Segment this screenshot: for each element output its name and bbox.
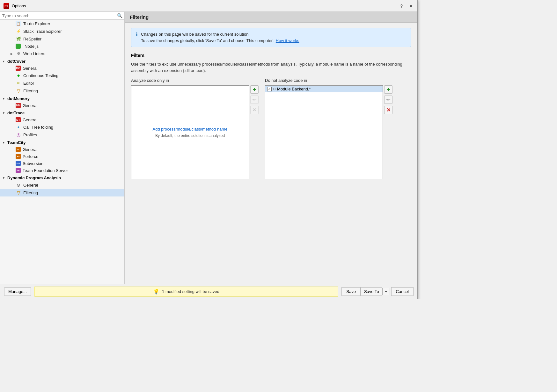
filter-hint: By default, the entire solution is analy…	[155, 133, 225, 138]
save-to-button[interactable]: Save To	[361, 287, 382, 296]
left-add-button[interactable]: +	[250, 85, 259, 94]
save-to-group: Save To ▼	[361, 287, 390, 296]
sidebar-category-dotmemory[interactable]: dotMemory	[0, 95, 124, 102]
tree-area: 📋 To-do Explorer ⚡ Stack Trace Explorer …	[0, 20, 124, 284]
filters-row: Analyze code only in Add process/module/…	[131, 78, 411, 179]
sidebar-item-profiles[interactable]: ◎ Profiles	[0, 131, 124, 139]
collapse-icon	[2, 141, 6, 144]
left-filter-btns: + ✏ ✕	[250, 85, 259, 179]
close-button[interactable]: ✕	[408, 3, 414, 9]
window-title: Options	[12, 4, 26, 8]
how-it-works-link[interactable]: How it works	[276, 38, 299, 43]
do-not-analyze-label: Do not analyze code in	[265, 78, 392, 83]
sidebar-item-label: ReSpeller	[23, 37, 41, 41]
sidebar-item-label: Continuous Testing	[23, 73, 58, 78]
left-edit-button[interactable]: ✏	[250, 96, 259, 104]
sidebar-category-teamcity[interactable]: TeamCity	[0, 139, 124, 146]
right-edit-button[interactable]: ✏	[384, 96, 392, 104]
sidebar-item-dottrace-general[interactable]: DT General	[0, 116, 124, 123]
sidebar-item-editor[interactable]: ✏ Editor	[0, 79, 124, 87]
module-icon: ⊙	[273, 87, 276, 91]
sidebar-item-label: Call Tree folding	[23, 125, 53, 130]
dotcover-general-icon: DC	[16, 66, 21, 71]
expand-icon	[11, 52, 14, 55]
web-linters-icon: ⚙	[16, 51, 21, 56]
do-not-analyze-list[interactable]: ⊙ Module Backend.*	[265, 85, 383, 179]
sidebar-item-stack-trace-explorer[interactable]: ⚡ Stack Trace Explorer	[0, 27, 124, 35]
info-text: Changes on this page will be saved for t…	[141, 31, 299, 44]
save-button[interactable]: Save	[341, 287, 361, 296]
filters-desc: Use the filters to exclude unnecessary p…	[131, 61, 411, 74]
search-box: 🔍	[0, 12, 124, 20]
editor-icon: ✏	[16, 80, 21, 86]
sidebar-item-dpa-filtering[interactable]: ▽ Filtering	[0, 189, 124, 196]
respeller-icon: 🌿	[16, 36, 21, 42]
sidebar-item-todo-explorer[interactable]: 📋 To-do Explorer	[0, 20, 124, 27]
sidebar-category-dotcover[interactable]: dotCover	[0, 58, 124, 65]
sidebar-category-dottrace[interactable]: dotTrace	[0, 110, 124, 116]
sidebar-item-perforce[interactable]: P4 Perforce	[0, 153, 124, 160]
do-not-analyze-col: Do not analyze code in ⊙ Module Backend.…	[265, 78, 392, 179]
sidebar-item-label: General	[23, 118, 37, 122]
info-line1: Changes on this page will be saved for t…	[141, 31, 299, 38]
sidebar-item-label: Node.js	[19, 44, 39, 49]
manage-button[interactable]: Manage...	[4, 287, 31, 296]
sidebar-item-dotcover-filtering[interactable]: ▽ Filtering	[0, 87, 124, 95]
sidebar-item-dotmemory-general[interactable]: DM General	[0, 102, 124, 109]
sidebar-item-label: To-do Explorer	[23, 21, 50, 26]
sidebar-item-label: Perforce	[23, 154, 38, 159]
app-logo: R#	[4, 3, 9, 9]
continuous-testing-icon: ●	[16, 73, 21, 78]
search-icon: 🔍	[117, 13, 122, 18]
sidebar-category-dpa[interactable]: Dynamic Program Analysis	[0, 175, 124, 181]
collapse-icon	[2, 60, 6, 63]
dottrace-general-icon: DT	[16, 117, 21, 122]
sidebar-item-web-linters[interactable]: ⚙ Web Linters	[0, 50, 124, 57]
panel-header: Filtering	[125, 12, 417, 23]
sidebar-item-nodejs[interactable]: Node.js	[0, 43, 124, 50]
sidebar-item-dpa-general[interactable]: ⊙ General	[0, 181, 124, 189]
right-add-button[interactable]: +	[384, 85, 392, 94]
add-link[interactable]: Add process/module/class/method name	[153, 127, 228, 132]
info-line2: To save the changes globally, click 'Sav…	[141, 38, 299, 44]
profiles-icon: ◎	[16, 132, 21, 138]
right-remove-button[interactable]: ✕	[384, 106, 392, 114]
sidebar-item-team-foundation-server[interactable]: TF Team Foundation Server	[0, 167, 124, 174]
perforce-icon: P4	[16, 154, 21, 159]
save-to-dropdown-button[interactable]: ▼	[382, 288, 390, 295]
sidebar-item-label: Web Linters	[23, 51, 45, 56]
sidebar-item-label: dotMemory	[7, 96, 30, 101]
status-text: 1 modified setting will be saved	[162, 289, 219, 294]
cancel-button[interactable]: Cancel	[391, 287, 414, 296]
sidebar-item-continuous-testing[interactable]: ● Continuous Testing	[0, 72, 124, 79]
content-area: 🔍 📋 To-do Explorer ⚡ Stack Trace Explore…	[0, 12, 417, 284]
filter-placeholder: Add process/module/class/method name By …	[153, 127, 228, 138]
stack-trace-icon: ⚡	[16, 28, 21, 34]
sidebar-item-dotcover-general[interactable]: DC General	[0, 65, 124, 72]
status-icon: 💡	[153, 289, 159, 295]
item-checkbox[interactable]	[267, 87, 272, 91]
sidebar-item-respeller[interactable]: 🌿 ReSpeller	[0, 35, 124, 43]
dpa-general-icon: ⊙	[16, 182, 21, 188]
help-button[interactable]: ?	[399, 3, 404, 9]
left-remove-button[interactable]: ✕	[250, 106, 259, 114]
dotmemory-general-icon: DM	[16, 103, 21, 108]
sidebar-item-call-tree-folding[interactable]: ▲ Call Tree folding	[0, 123, 124, 131]
subversion-icon: SVN	[16, 161, 21, 166]
status-message: 💡 1 modified setting will be saved	[34, 287, 338, 296]
sidebar-item-label: Filtering	[23, 89, 38, 93]
search-input[interactable]	[2, 13, 117, 18]
sidebar-item-label: Dynamic Program Analysis	[7, 175, 61, 180]
main-panel: Filtering ℹ Changes on this page will be…	[125, 12, 417, 284]
info-box: ℹ Changes on this page will be saved for…	[131, 28, 411, 47]
sidebar-item-teamcity-general[interactable]: TC General	[0, 146, 124, 153]
analyze-list[interactable]: Add process/module/class/method name By …	[131, 85, 249, 179]
analyze-col: Analyze code only in Add process/module/…	[131, 78, 259, 179]
sidebar-item-subversion[interactable]: SVN Subversion	[0, 160, 124, 167]
sidebar-item-label: General	[23, 103, 37, 108]
module-backend-item[interactable]: ⊙ Module Backend.*	[265, 86, 383, 92]
tfs-icon: TF	[16, 168, 21, 173]
right-filter-btns: + ✏ ✕	[384, 85, 392, 179]
title-bar-actions: ? ✕	[399, 3, 414, 9]
info-icon: ℹ	[136, 32, 138, 44]
